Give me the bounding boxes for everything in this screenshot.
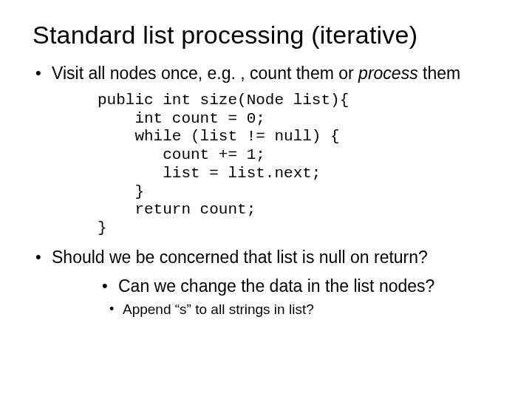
- slide: Standard list processing (iterative) Vis…: [0, 0, 532, 399]
- code-line-4: count += 1;: [98, 146, 265, 163]
- code-line-7: return count;: [98, 201, 256, 218]
- code-line-2: int count = 0;: [98, 110, 265, 127]
- bullet-list: Visit all nodes once, e.g. , count them …: [33, 63, 499, 84]
- code-line-3: while (list != null) {: [98, 128, 340, 145]
- code-line-6: }: [98, 183, 144, 200]
- code-block: public int size(Node list){ int count = …: [98, 92, 499, 238]
- code-line-5: list = list.next;: [98, 165, 321, 182]
- bullet-list-2: Should we be concerned that list is null…: [33, 247, 499, 319]
- bullet-visit-em: process: [358, 64, 418, 83]
- slide-title: Standard list processing (iterative): [33, 21, 499, 50]
- code-line-8: }: [98, 219, 107, 236]
- bullet-visit-pre: Visit all nodes once, e.g. , count them …: [52, 64, 358, 83]
- code-line-1: public int size(Node list){: [98, 92, 349, 109]
- bullet-append-s: Append “s” to all strings in list?: [108, 301, 499, 319]
- bullet-visit-post: them: [418, 64, 461, 83]
- bullet-change-data: Can we change the data in the list nodes…: [99, 276, 499, 297]
- bullet-concern: Should we be concerned that list is null…: [33, 247, 499, 268]
- bullet-visit: Visit all nodes once, e.g. , count them …: [33, 63, 499, 84]
